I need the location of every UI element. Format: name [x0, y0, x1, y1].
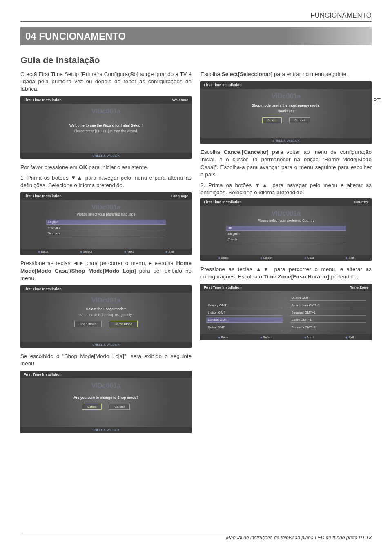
ss-nav: Next	[124, 250, 134, 253]
screenshot-confirm-shop: First Time Installation VIDc001a Are you…	[20, 371, 192, 433]
ss-title: First Time Installation	[24, 372, 62, 376]
para: Escolha Select[Seleccionar] para entrar …	[200, 71, 372, 78]
ss-brandbar: SNELL & WILCOX	[20, 342, 192, 348]
ss-tz-cell: Lisbon GMT	[206, 310, 283, 316]
ss-title: First Time Installation	[204, 83, 242, 87]
ss-title: First Time Installation	[24, 194, 62, 198]
ss-prompt: Please select your preferred language	[77, 212, 136, 216]
bg-watermark: VIDc001a	[272, 210, 301, 217]
screenshot-usage-mode: First Time Installation VIDc001a Select …	[20, 285, 192, 348]
ss-title-r: Language	[171, 194, 188, 198]
ss-nav: Select	[80, 250, 92, 253]
para: Pressione as teclas ▲▼ para percorrer o …	[200, 266, 372, 280]
bg-watermark: VIDc001a	[91, 204, 120, 211]
ss-title: First Time Installation	[24, 98, 62, 102]
ss-tz-cell: Amsterdam GMT+1	[290, 302, 366, 308]
screenshot-timezone: First Time Installation Time Zone Dublin…	[200, 284, 372, 340]
ss-option: Belgium	[226, 231, 346, 236]
screenshot-language: First Time Installation Language VIDc001…	[20, 192, 192, 255]
ss-nav: Select	[260, 256, 272, 260]
ss-tz-cell: Canary GMT	[206, 302, 283, 308]
ss-line: Please press [ENTER] to start the wizard…	[74, 129, 138, 133]
ss-option: Czech	[226, 237, 346, 242]
ss-nav: Back	[218, 336, 228, 339]
bg-watermark: VIDc001a	[91, 382, 120, 389]
ss-tz-cell: Berlin GMT+1	[290, 317, 366, 323]
ss-tz-cell: Beograd GMT+1	[290, 310, 366, 316]
ss-title: First Time Installation	[204, 200, 242, 204]
para: Escolha Cancel[Cancelar] para voltar ao …	[200, 149, 372, 178]
para: Se escolhido o "Shop Mode[Modo Loja]", s…	[20, 353, 192, 367]
subheading: Guia de instalação	[20, 55, 372, 66]
ss-prompt: Please select your preferred Country	[258, 218, 314, 222]
ss-title-r: Time Zone	[350, 285, 368, 289]
ss-nav: Back	[218, 256, 228, 260]
bg-watermark: VIDc001a	[91, 297, 120, 304]
ss-brandbar: SNELL & WILCOX	[20, 153, 192, 159]
ss-tz-cell: Rabat GMT	[206, 325, 283, 330]
ss-line: Shop mode is for shop usage only.	[79, 313, 132, 317]
ss-button: Cancel	[289, 117, 310, 123]
ss-brandbar: SNELL & WILCOX	[20, 427, 192, 433]
ss-title: First Time Installation	[204, 285, 242, 289]
ss-button: Home mode	[109, 321, 138, 327]
ss-nav: Back	[38, 250, 48, 253]
ss-option: Français	[46, 225, 166, 230]
para: Pressione as teclas ◄► para percorrer o …	[20, 260, 192, 282]
ss-button: Select	[262, 117, 282, 123]
ss-line: Select the usage mode?	[86, 307, 126, 311]
para: 1. Prima os botões ▼▲ para navegar pelo …	[20, 174, 192, 189]
ss-title-r: Country	[354, 200, 369, 204]
ss-nav: Exit	[165, 250, 174, 253]
ss-tz-cell	[206, 295, 283, 301]
bg-watermark: VIDc001a	[91, 108, 120, 115]
para: 2. Prima os botões ▼▲ para navegar pelo …	[200, 182, 372, 196]
ss-option: UK	[226, 226, 346, 231]
ss-line: Welcome to use the Wizard for Initial Se…	[69, 123, 143, 127]
right-column: Escolha Select[Seleccionar] para entrar …	[200, 71, 372, 438]
ss-nav: Next	[304, 336, 314, 339]
ss-line: Shop mode use is the most energy mode.	[252, 103, 320, 107]
para: Por favor pressione em OK para iniciar o…	[20, 164, 192, 171]
bg-watermark: VIDc001a	[272, 93, 301, 100]
page-footer: Manual de instruções de televisão plana …	[20, 533, 372, 540]
ss-title-r: Welcome	[172, 98, 188, 102]
screenshot-welcome: First Time Installation Welcome VIDc001a…	[20, 96, 192, 159]
ss-button: Shop mode	[74, 321, 102, 327]
ss-option: English	[46, 220, 166, 225]
ss-title: First Time Installation	[24, 287, 62, 291]
ss-line: Continue?	[277, 109, 294, 113]
ss-brandbar: SNELL & WILCOX	[200, 138, 372, 144]
left-column: O ecrã First Time Setup [Primeira Config…	[20, 71, 192, 438]
ss-button: Cancel	[109, 404, 130, 410]
ss-tz-cell: Brussels GMT+1	[290, 325, 366, 330]
ss-nav: Exit	[345, 336, 354, 339]
ss-nav: Exit	[345, 256, 354, 260]
language-tab: PT	[373, 97, 381, 104]
ss-button: Select	[82, 404, 102, 410]
section-banner: 04 FUNCIONAMENTO	[20, 27, 372, 45]
ss-tz-cell: Dublin GMT	[290, 295, 366, 301]
ss-nav: Next	[304, 256, 314, 260]
ss-nav: Select	[260, 336, 272, 339]
ss-tz-cell: London GMT	[206, 317, 283, 323]
ss-line: Are you sure to change to Shop mode?	[74, 396, 138, 400]
screenshot-country: First Time Installation Country VIDc001a…	[200, 198, 372, 261]
para: O ecrã First Time Setup [Primeira Config…	[20, 71, 192, 93]
running-header: FUNCIONAMENTO	[20, 11, 372, 22]
screenshot-energy-mode: First Time Installation VIDc001a Shop mo…	[200, 81, 372, 144]
ss-option: Deutsch	[46, 231, 166, 236]
